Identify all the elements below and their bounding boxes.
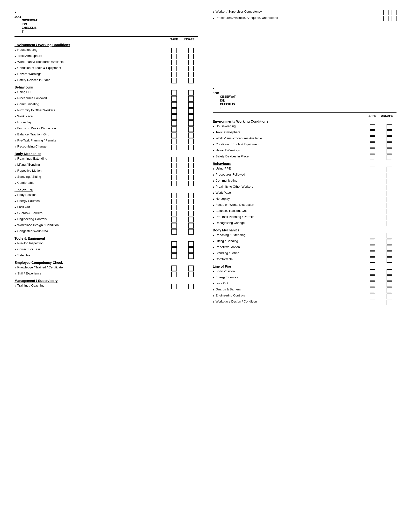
safe-checkbox[interactable]: [370, 191, 375, 196]
unsafe-checkbox[interactable]: [188, 126, 194, 132]
unsafe-checkbox[interactable]: [188, 241, 194, 247]
unsafe-checkbox[interactable]: [188, 163, 194, 168]
unsafe-checkbox[interactable]: [188, 211, 194, 216]
safe-checkbox[interactable]: [370, 276, 375, 281]
safe-checkbox[interactable]: [171, 60, 177, 65]
unsafe-checkbox[interactable]: [188, 120, 194, 126]
safe-checkbox[interactable]: [171, 284, 177, 289]
safe-checkbox[interactable]: [370, 294, 375, 299]
safe-checkbox[interactable]: [171, 181, 177, 186]
safe-checkbox[interactable]: [171, 90, 177, 95]
safe-checkbox[interactable]: [171, 78, 177, 83]
safe-checkbox[interactable]: [370, 154, 375, 160]
safe-checkbox[interactable]: [383, 16, 389, 21]
unsafe-checkbox[interactable]: [188, 223, 194, 228]
unsafe-checkbox[interactable]: [387, 185, 392, 190]
unsafe-checkbox[interactable]: [387, 179, 392, 184]
unsafe-checkbox[interactable]: [387, 136, 392, 142]
safe-checkbox[interactable]: [171, 193, 177, 198]
safe-checkbox[interactable]: [171, 217, 177, 222]
safe-checkbox[interactable]: [171, 133, 177, 138]
unsafe-checkbox[interactable]: [387, 239, 392, 245]
unsafe-checkbox[interactable]: [188, 272, 194, 277]
unsafe-checkbox[interactable]: [387, 173, 392, 178]
safe-checkbox[interactable]: [370, 203, 375, 208]
unsafe-checkbox[interactable]: [188, 199, 194, 204]
unsafe-checkbox[interactable]: [387, 149, 392, 154]
safe-checkbox[interactable]: [370, 149, 375, 154]
safe-checkbox[interactable]: [370, 130, 375, 136]
unsafe-checkbox[interactable]: [188, 284, 194, 289]
safe-checkbox[interactable]: [370, 300, 375, 305]
safe-checkbox[interactable]: [370, 287, 375, 293]
unsafe-checkbox[interactable]: [188, 72, 194, 77]
unsafe-checkbox[interactable]: [387, 300, 392, 305]
unsafe-checkbox[interactable]: [387, 124, 392, 130]
safe-checkbox[interactable]: [171, 157, 177, 162]
safe-checkbox[interactable]: [383, 10, 389, 15]
safe-checkbox[interactable]: [171, 145, 177, 150]
unsafe-checkbox[interactable]: [387, 197, 392, 202]
safe-checkbox[interactable]: [370, 221, 375, 226]
safe-checkbox[interactable]: [171, 229, 177, 235]
safe-checkbox[interactable]: [370, 251, 375, 256]
safe-checkbox[interactable]: [370, 173, 375, 178]
safe-checkbox[interactable]: [171, 205, 177, 210]
safe-checkbox[interactable]: [171, 247, 177, 253]
safe-checkbox[interactable]: [370, 239, 375, 245]
safe-checkbox[interactable]: [370, 282, 375, 287]
safe-checkbox[interactable]: [171, 211, 177, 216]
safe-checkbox[interactable]: [171, 48, 177, 53]
unsafe-checkbox[interactable]: [188, 247, 194, 253]
unsafe-checkbox[interactable]: [387, 287, 392, 293]
safe-checkbox[interactable]: [171, 114, 177, 120]
unsafe-checkbox[interactable]: [188, 229, 194, 235]
unsafe-checkbox[interactable]: [387, 276, 392, 281]
safe-checkbox[interactable]: [171, 54, 177, 59]
unsafe-checkbox[interactable]: [188, 145, 194, 150]
unsafe-checkbox[interactable]: [387, 294, 392, 299]
safe-checkbox[interactable]: [370, 215, 375, 220]
unsafe-checkbox[interactable]: [188, 102, 194, 108]
safe-checkbox[interactable]: [171, 266, 177, 271]
unsafe-checkbox[interactable]: [387, 154, 392, 160]
unsafe-checkbox[interactable]: [188, 133, 194, 138]
unsafe-checkbox[interactable]: [387, 191, 392, 196]
safe-checkbox[interactable]: [171, 66, 177, 71]
unsafe-checkbox[interactable]: [188, 60, 194, 65]
safe-checkbox[interactable]: [370, 142, 375, 148]
safe-checkbox[interactable]: [370, 167, 375, 172]
safe-checkbox[interactable]: [370, 136, 375, 142]
unsafe-checkbox[interactable]: [188, 175, 194, 180]
safe-checkbox[interactable]: [171, 175, 177, 180]
unsafe-checkbox[interactable]: [387, 130, 392, 136]
safe-checkbox[interactable]: [171, 126, 177, 132]
unsafe-checkbox[interactable]: [387, 269, 392, 275]
unsafe-checkbox[interactable]: [387, 233, 392, 238]
unsafe-checkbox[interactable]: [188, 78, 194, 83]
safe-checkbox[interactable]: [171, 102, 177, 108]
unsafe-checkbox[interactable]: [387, 251, 392, 256]
unsafe-checkbox[interactable]: [188, 253, 194, 259]
safe-checkbox[interactable]: [171, 272, 177, 277]
safe-checkbox[interactable]: [370, 257, 375, 263]
safe-checkbox[interactable]: [171, 223, 177, 228]
safe-checkbox[interactable]: [171, 120, 177, 126]
unsafe-checkbox[interactable]: [188, 181, 194, 186]
unsafe-checkbox[interactable]: [188, 193, 194, 198]
unsafe-checkbox[interactable]: [188, 66, 194, 71]
unsafe-checkbox[interactable]: [188, 96, 194, 102]
unsafe-checkbox[interactable]: [188, 48, 194, 53]
unsafe-checkbox[interactable]: [387, 282, 392, 287]
unsafe-checkbox[interactable]: [387, 209, 392, 214]
unsafe-checkbox[interactable]: [188, 169, 194, 174]
unsafe-checkbox[interactable]: [387, 215, 392, 220]
unsafe-checkbox[interactable]: [188, 217, 194, 222]
safe-checkbox[interactable]: [171, 199, 177, 204]
safe-checkbox[interactable]: [370, 269, 375, 275]
unsafe-checkbox[interactable]: [188, 157, 194, 162]
safe-checkbox[interactable]: [370, 124, 375, 130]
safe-checkbox[interactable]: [370, 197, 375, 202]
unsafe-checkbox[interactable]: [188, 108, 194, 114]
safe-checkbox[interactable]: [171, 108, 177, 114]
